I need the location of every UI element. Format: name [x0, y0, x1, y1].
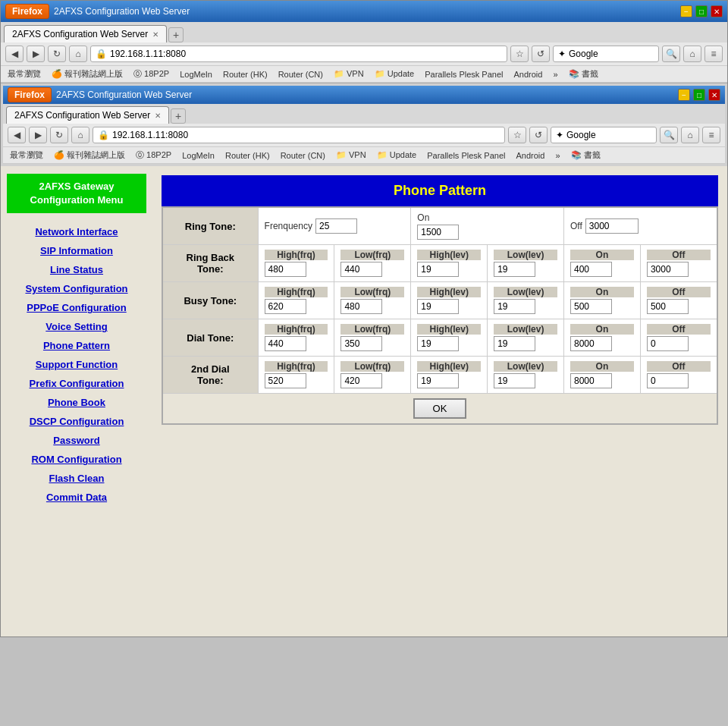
sidebar-item-line-status[interactable]: Line Status	[7, 260, 146, 279]
tab-close-icon[interactable]: ✕	[152, 30, 158, 39]
ring-tone-on-input[interactable]	[417, 225, 459, 240]
second-close[interactable]: ✕	[708, 89, 720, 101]
ok-button[interactable]: OK	[413, 398, 467, 419]
dial-on-input[interactable]	[570, 336, 612, 351]
second-address-bar[interactable]: 🔒 192.168.1.11:8080	[93, 127, 505, 143]
sidebar-item-voice-setting[interactable]: Voice Setting	[7, 317, 146, 336]
second-bookmark-1[interactable]: 最常瀏覽	[8, 149, 46, 162]
bookmark-router-hk[interactable]: Router (HK)	[221, 69, 270, 80]
ring-back-highlev-input[interactable]	[417, 262, 459, 277]
dial-lowlev-input[interactable]	[494, 336, 535, 351]
nav-home2[interactable]: ⌂	[683, 46, 701, 62]
sidebar-item-flash-clean[interactable]: Flash Clean	[7, 469, 146, 488]
second-tab-close[interactable]: ✕	[155, 112, 161, 120]
sidebar-item-commit-data[interactable]: Commit Data	[7, 488, 146, 507]
dial2-off-input[interactable]	[647, 373, 689, 388]
second-bookmark-6[interactable]: Router (CN)	[278, 150, 328, 161]
dial2-lowlev-input[interactable]	[494, 373, 535, 388]
second-bookmark-star[interactable]: ☆	[508, 127, 526, 143]
home-button[interactable]: ⌂	[69, 46, 87, 62]
bookmark-update[interactable]: 📁 Update	[372, 68, 417, 80]
close-button[interactable]: ✕	[711, 5, 723, 17]
new-tab-button[interactable]: +	[168, 27, 184, 42]
ring-back-lowfrq-input[interactable]	[340, 262, 382, 277]
second-extra[interactable]: ≡	[702, 127, 720, 143]
busy-highfrq-input[interactable]	[265, 299, 306, 314]
second-bookmark-4[interactable]: LogMeIn	[180, 150, 217, 161]
second-search-bar[interactable]: ✦ Google	[551, 127, 657, 143]
busy-off-input[interactable]	[647, 299, 689, 314]
sidebar-item-phone-book[interactable]: Phone Book	[7, 393, 146, 412]
second-search-btn[interactable]: 🔍	[660, 127, 678, 143]
reload-button[interactable]: ↻	[48, 46, 66, 62]
busy-on-input[interactable]	[570, 299, 612, 314]
bookmark-most-visited[interactable]: 最常瀏覽	[5, 68, 43, 80]
second-bookmark-2[interactable]: 🍊 報刊雜誌網上版	[52, 149, 127, 162]
ring-back-lowlev-input[interactable]	[494, 262, 535, 277]
busy-lowfrq-input[interactable]	[340, 299, 382, 314]
refresh-button[interactable]: ↺	[532, 46, 550, 62]
sidebar-item-sip-information[interactable]: SIP Information	[7, 241, 146, 260]
dial-highlev-input[interactable]	[417, 336, 459, 351]
sidebar-item-network-interface[interactable]: Network Interface	[7, 222, 146, 241]
forward-button[interactable]: ▶	[27, 46, 45, 62]
second-bookmark-books[interactable]: 📚 書籤	[569, 149, 603, 162]
second-bookmark-5[interactable]: Router (HK)	[223, 150, 272, 161]
dial2-on-input[interactable]	[570, 373, 612, 388]
bookmark-button[interactable]: ☆	[510, 46, 529, 62]
dial-highfrq-input[interactable]	[265, 336, 306, 351]
second-bookmark-8[interactable]: 📁 Update	[375, 149, 419, 161]
search-icon[interactable]: 🔍	[662, 46, 680, 62]
second-reload[interactable]: ↻	[50, 127, 68, 143]
bookmark-logmein[interactable]: LogMeIn	[177, 69, 215, 80]
bookmark-router-cn[interactable]: Router (CN)	[276, 69, 325, 80]
dial2-highlev-input[interactable]	[417, 373, 459, 388]
bookmark-magazine[interactable]: 🍊 報刊雜誌網上版	[49, 68, 125, 80]
second-refresh[interactable]: ↺	[529, 127, 548, 143]
sidebar-item-pppoe-configuration[interactable]: PPPoE Configuration	[7, 298, 146, 317]
second-bookmark-more[interactable]: »	[553, 150, 562, 161]
bookmark-android[interactable]: Android	[512, 69, 545, 80]
sidebar-item-password[interactable]: Password	[7, 431, 146, 450]
bookmark-bookmarks[interactable]: 📚 書籤	[566, 68, 601, 80]
sidebar-item-phone-pattern[interactable]: Phone Pattern	[7, 336, 146, 355]
sidebar-item-system-configuration[interactable]: System Configuration	[7, 279, 146, 298]
second-forward[interactable]: ▶	[29, 127, 47, 143]
ring-back-on-input[interactable]	[570, 262, 612, 277]
ring-tone-off-input[interactable]	[585, 218, 639, 234]
busy-highlev-input[interactable]	[417, 299, 459, 314]
ring-back-highfrq-input[interactable]	[265, 262, 306, 277]
sidebar-item-prefix-configuration[interactable]: Prefix Configuration	[7, 374, 146, 393]
back-button[interactable]: ◀	[5, 46, 24, 62]
dial-off-input[interactable]	[647, 336, 689, 351]
dial2-lowfrq-input[interactable]	[340, 373, 382, 388]
dial-lowfrq-input[interactable]	[340, 336, 382, 351]
second-new-tab[interactable]: +	[171, 108, 186, 124]
second-bookmark-10[interactable]: Android	[514, 150, 548, 161]
second-firefox-button[interactable]: Firefox	[8, 87, 52, 102]
bookmark-18p2p[interactable]: ⓪ 18P2P	[131, 68, 171, 80]
maximize-button[interactable]: □	[695, 5, 708, 17]
second-minimize[interactable]: −	[678, 89, 690, 101]
ring-tone-freq-input[interactable]	[315, 218, 357, 234]
search-bar[interactable]: ✦ Google	[553, 46, 659, 62]
firefox-menu-button[interactable]: Firefox	[5, 4, 49, 19]
minimize-button[interactable]: −	[680, 5, 692, 17]
sidebar-item-support-function[interactable]: Support Function	[7, 355, 146, 374]
active-tab[interactable]: 2AFXS Configuration Web Server ✕	[4, 25, 167, 42]
second-back[interactable]: ◀	[8, 127, 26, 143]
second-active-tab[interactable]: 2AFXS Configuration Web Server ✕	[6, 106, 169, 124]
second-home2[interactable]: ⌂	[681, 127, 699, 143]
second-bookmark-3[interactable]: ⓪ 18P2P	[133, 149, 174, 162]
nav-extra[interactable]: ≡	[704, 46, 723, 62]
second-maximize[interactable]: □	[693, 89, 705, 101]
bookmark-more[interactable]: »	[551, 69, 560, 80]
second-bookmark-7[interactable]: 📁 VPN	[334, 149, 369, 161]
sidebar-item-dscp-configuration[interactable]: DSCP Configuration	[7, 412, 146, 431]
sidebar-item-rom-configuration[interactable]: ROM Configuration	[7, 450, 146, 469]
address-bar[interactable]: 🔒 192.168.1.11:8080	[90, 46, 507, 62]
bookmark-plesk[interactable]: Parallels Plesk Panel	[422, 69, 505, 80]
bookmark-vpn[interactable]: 📁 VPN	[331, 68, 366, 80]
ring-back-off-input[interactable]	[647, 262, 689, 277]
busy-lowlev-input[interactable]	[494, 299, 535, 314]
